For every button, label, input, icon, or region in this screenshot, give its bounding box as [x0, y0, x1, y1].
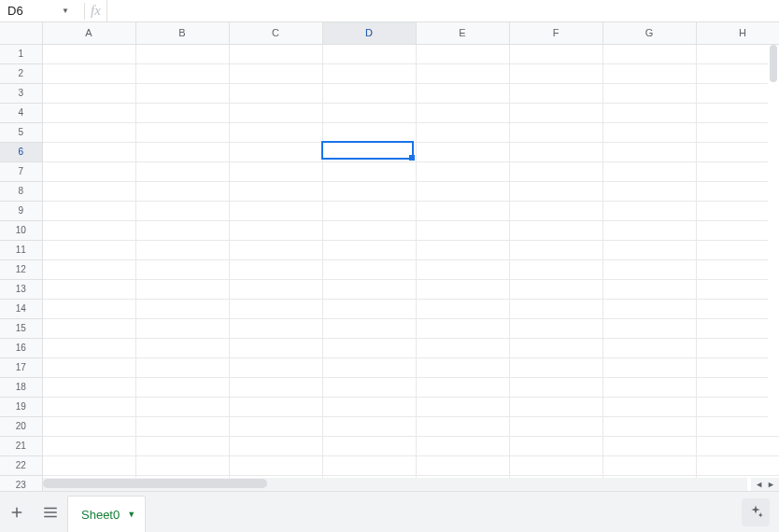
scroll-right-icon[interactable]: ►: [767, 480, 775, 489]
cell-F9[interactable]: [509, 201, 602, 220]
row-header-16[interactable]: 16: [0, 338, 42, 357]
cell-C9[interactable]: [229, 201, 322, 220]
cell-E10[interactable]: [416, 220, 509, 240]
cell-C13[interactable]: [229, 279, 322, 299]
cell-G18[interactable]: [602, 377, 696, 397]
row-header-22[interactable]: 22: [0, 455, 42, 475]
add-sheet-button[interactable]: [0, 496, 34, 529]
cell-C19[interactable]: [229, 397, 322, 416]
cell-D2[interactable]: [322, 63, 416, 83]
cell-D17[interactable]: [322, 357, 416, 377]
row-header-2[interactable]: 2: [0, 63, 42, 83]
cell-E6[interactable]: [416, 142, 509, 161]
cell-B18[interactable]: [135, 377, 229, 397]
row-header-1[interactable]: 1: [0, 44, 42, 63]
horizontal-scrollbar[interactable]: [43, 478, 747, 491]
column-header-G[interactable]: G: [602, 22, 696, 44]
row-header-20[interactable]: 20: [0, 416, 42, 436]
column-header-F[interactable]: F: [509, 22, 602, 44]
cell-F14[interactable]: [509, 299, 602, 318]
cell-D12[interactable]: [322, 259, 416, 279]
cell-E16[interactable]: [416, 338, 509, 357]
cell-D19[interactable]: [322, 397, 416, 416]
row-header-17[interactable]: 17: [0, 357, 42, 377]
cell-D13[interactable]: [322, 279, 416, 299]
cell-G10[interactable]: [602, 220, 696, 240]
cell-B1[interactable]: [135, 44, 229, 63]
cell-H20[interactable]: [696, 416, 779, 436]
cell-H19[interactable]: [696, 397, 779, 416]
cell-B20[interactable]: [135, 416, 229, 436]
cell-A17[interactable]: [42, 357, 135, 377]
cell-H22[interactable]: [696, 455, 779, 475]
cell-C21[interactable]: [229, 436, 322, 455]
cell-D5[interactable]: [322, 122, 416, 142]
row-header-21[interactable]: 21: [0, 436, 42, 455]
cell-A19[interactable]: [42, 397, 135, 416]
cell-H4[interactable]: [696, 103, 779, 122]
cell-F19[interactable]: [509, 397, 602, 416]
cell-H17[interactable]: [696, 357, 779, 377]
cell-E7[interactable]: [416, 161, 509, 181]
select-all-corner[interactable]: [0, 22, 42, 44]
cell-C4[interactable]: [229, 103, 322, 122]
cell-G1[interactable]: [602, 44, 696, 63]
cell-A21[interactable]: [42, 436, 135, 455]
cell-G7[interactable]: [602, 161, 696, 181]
cell-E17[interactable]: [416, 357, 509, 377]
cell-A15[interactable]: [42, 318, 135, 338]
cell-F10[interactable]: [509, 220, 602, 240]
cell-C11[interactable]: [229, 240, 322, 259]
cell-A13[interactable]: [42, 279, 135, 299]
cell-C2[interactable]: [229, 63, 322, 83]
cell-E13[interactable]: [416, 279, 509, 299]
cell-B7[interactable]: [135, 161, 229, 181]
cell-D6[interactable]: [322, 142, 416, 161]
cell-C1[interactable]: [229, 44, 322, 63]
cell-B11[interactable]: [135, 240, 229, 259]
row-header-18[interactable]: 18: [0, 377, 42, 397]
cell-E11[interactable]: [416, 240, 509, 259]
cell-A8[interactable]: [42, 181, 135, 201]
cell-D4[interactable]: [322, 103, 416, 122]
cell-F8[interactable]: [509, 181, 602, 201]
cell-C14[interactable]: [229, 299, 322, 318]
cell-E2[interactable]: [416, 63, 509, 83]
cell-F18[interactable]: [509, 377, 602, 397]
sheet-tab-active[interactable]: Sheet0 ▼: [67, 496, 146, 533]
cell-A3[interactable]: [42, 83, 135, 103]
cell-D10[interactable]: [322, 220, 416, 240]
cell-E12[interactable]: [416, 259, 509, 279]
cell-A7[interactable]: [42, 161, 135, 181]
cell-B3[interactable]: [135, 83, 229, 103]
cell-F21[interactable]: [509, 436, 602, 455]
cell-B21[interactable]: [135, 436, 229, 455]
cell-G8[interactable]: [602, 181, 696, 201]
cell-D22[interactable]: [322, 455, 416, 475]
cell-G6[interactable]: [602, 142, 696, 161]
cell-C18[interactable]: [229, 377, 322, 397]
row-header-19[interactable]: 19: [0, 397, 42, 416]
cell-B14[interactable]: [135, 299, 229, 318]
cell-F15[interactable]: [509, 318, 602, 338]
cell-C12[interactable]: [229, 259, 322, 279]
cell-E5[interactable]: [416, 122, 509, 142]
row-header-5[interactable]: 5: [0, 122, 42, 142]
cell-A4[interactable]: [42, 103, 135, 122]
row-header-10[interactable]: 10: [0, 220, 42, 240]
cell-F12[interactable]: [509, 259, 602, 279]
row-header-7[interactable]: 7: [0, 161, 42, 181]
cell-A6[interactable]: [42, 142, 135, 161]
cell-G14[interactable]: [602, 299, 696, 318]
row-header-23[interactable]: 23: [0, 475, 42, 491]
cell-H3[interactable]: [696, 83, 779, 103]
cell-F7[interactable]: [509, 161, 602, 181]
cell-C20[interactable]: [229, 416, 322, 436]
cell-H8[interactable]: [696, 181, 779, 201]
cell-G16[interactable]: [602, 338, 696, 357]
row-header-12[interactable]: 12: [0, 259, 42, 279]
vertical-scrollbar-thumb[interactable]: [770, 45, 777, 82]
cell-F22[interactable]: [509, 455, 602, 475]
cell-C8[interactable]: [229, 181, 322, 201]
row-header-13[interactable]: 13: [0, 279, 42, 299]
